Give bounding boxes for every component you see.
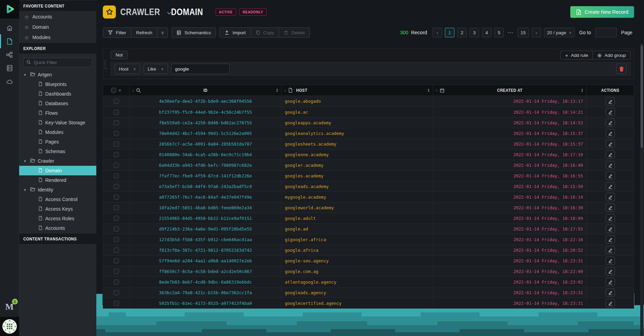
favorite-toggle-button[interactable]	[103, 5, 116, 18]
pagination-page-2[interactable]: 2	[457, 28, 467, 37]
table-row[interactable]: 5025fb1c-61ec-4173-8525-a977413f4ba9goog…	[103, 298, 634, 308]
import-button[interactable]: Import	[219, 27, 251, 38]
edit-record-button[interactable]	[606, 214, 615, 222]
edit-record-button[interactable]	[606, 140, 615, 148]
pagination-page-1[interactable]: 1	[445, 28, 454, 37]
row-checkbox[interactable]	[114, 110, 119, 115]
row-checkbox[interactable]	[114, 226, 119, 232]
not-toggle-button[interactable]: Not	[111, 51, 127, 59]
header-id-column[interactable]: ‹ ID ▲▼	[129, 85, 281, 96]
caret-down-icon[interactable]: ▾	[24, 159, 28, 163]
row-checkbox[interactable]	[114, 184, 119, 189]
row-checkbox[interactable]	[114, 290, 119, 295]
tree-item-dashboards[interactable]: Dashboards	[19, 89, 96, 99]
table-row[interactable]: a077265f-76c7-4ac6-84af-4e37e047f49emygo…	[103, 191, 634, 202]
delete-button[interactable]: Delete	[279, 27, 310, 38]
pagination-page-4[interactable]: 4	[482, 28, 491, 37]
tree-item-databases[interactable]: Databases	[19, 99, 96, 108]
edit-record-button[interactable]	[606, 150, 615, 159]
table-row[interactable]: f813cf8a-387c-4721-9812-87052163d742goog…	[103, 245, 634, 255]
table-row[interactable]: d9f214b3-236a-4a6e-9ed1-095f28bd5e55goog…	[103, 223, 634, 234]
sort-icon[interactable]: ▲▼	[276, 88, 278, 92]
pagination-page-3[interactable]: 3	[470, 28, 479, 37]
tree-item-access-keys[interactable]: Access Keys	[19, 204, 96, 214]
database-icon[interactable]	[5, 64, 13, 72]
tree-item-pages[interactable]: Pages	[19, 137, 96, 147]
header-created-at-column[interactable]: ‹ CREATED AT ▲▼	[433, 85, 586, 96]
row-checkbox[interactable]	[114, 99, 119, 104]
table-row[interactable]: 7faf77ec-fbe9-4f59-87cd-141f12db226egoog…	[103, 170, 634, 181]
row-checkbox[interactable]	[114, 279, 119, 285]
page-size-select[interactable]: 20 / page ∨	[544, 28, 575, 37]
collapse-column-icon[interactable]: ‹	[284, 88, 286, 92]
home-icon[interactable]	[5, 24, 13, 32]
edit-record-button[interactable]	[606, 267, 615, 275]
table-row[interactable]: 6a04d33b-a943-4fd6-befc-7980987c682egoog…	[103, 160, 634, 170]
pagination-page-5[interactable]: 5	[494, 28, 504, 37]
table-row[interactable]: 8ede7b83-8eb7-4cd8-9dbc-6a86319ebbdcatla…	[103, 276, 634, 287]
sidebar-favorite-domain[interactable]: ☆Domain	[19, 22, 96, 32]
row-checkbox[interactable]	[114, 258, 119, 263]
edit-record-button[interactable]	[606, 203, 615, 212]
tree-folder-artgen[interactable]: ▾Artgen	[19, 70, 96, 79]
edit-record-button[interactable]	[606, 108, 615, 116]
edit-record-button[interactable]	[606, 182, 615, 190]
row-checkbox[interactable]	[114, 152, 119, 157]
delete-rule-button[interactable]	[616, 64, 627, 74]
edit-record-button[interactable]	[606, 161, 615, 169]
goto-page-input[interactable]	[595, 28, 617, 37]
select-all-checkbox[interactable]	[111, 88, 116, 93]
tree-folder-identity[interactable]: ▾Identity	[19, 185, 96, 195]
table-row[interactable]: f8e559a9-ce2a-4250-8d46-bd62ac278755goog…	[103, 117, 634, 128]
refresh-options-button[interactable]: ∨	[157, 27, 168, 38]
table-row[interactable]: 57f94e6d-a284-4aa1-a9b8-aa140027e2ebgoog…	[103, 255, 634, 266]
header-host-column[interactable]: ‹ HOST ▲▼	[281, 85, 433, 96]
row-checkbox[interactable]	[114, 216, 119, 221]
edit-record-button[interactable]	[606, 193, 615, 201]
schemantics-button[interactable]: Schemantics	[171, 27, 216, 38]
collapse-column-icon[interactable]: ‹	[436, 88, 437, 92]
row-checkbox[interactable]	[114, 195, 119, 200]
table-row[interactable]: bf237f05-f5c0-44ed-9b2e-4c56c24b7f55goog…	[103, 107, 634, 117]
user-avatar[interactable]	[2, 319, 17, 334]
row-checkbox[interactable]	[114, 205, 119, 210]
pagination-prev-button[interactable]: ‹	[433, 28, 442, 37]
tree-item-blueprints[interactable]: Blueprints	[19, 79, 96, 89]
table-row[interactable]: 18fa2ed7-5651-4ba8-bd85-feee869e2a34goog…	[103, 202, 634, 213]
rule-field-select[interactable]: Host ∨	[115, 64, 140, 74]
refresh-button[interactable]: Refresh	[131, 27, 157, 38]
tree-item-rendered[interactable]: Rendered	[19, 175, 96, 185]
edit-record-button[interactable]	[606, 288, 615, 297]
edit-record-button[interactable]	[606, 172, 615, 180]
selection-menu-chevron-icon[interactable]: ∨	[118, 88, 121, 92]
quick-filter-input[interactable]	[23, 58, 92, 67]
edit-record-button[interactable]	[606, 225, 615, 233]
table-row[interactable]: ff8650c7-8c5a-4c58-bded-a2cd2e50c867goog…	[103, 266, 634, 276]
caret-down-icon[interactable]: ▾	[24, 188, 28, 192]
sort-icon[interactable]: ▲▼	[581, 88, 583, 92]
tree-folder-crawler[interactable]: ▾Crawler	[19, 156, 96, 166]
table-row[interactable]: 78e04d42-4bc7-4594-99d1-5c5126e2a005goog…	[103, 128, 634, 138]
row-checkbox[interactable]	[114, 173, 119, 178]
documents-icon[interactable]	[5, 37, 13, 45]
create-new-record-button[interactable]: Create New Record	[570, 6, 634, 18]
edit-record-button[interactable]	[606, 97, 615, 105]
edit-record-button[interactable]	[606, 278, 615, 286]
row-checkbox[interactable]	[114, 120, 119, 125]
tree-item-flows[interactable]: Flows	[19, 108, 96, 118]
workspace-logo[interactable]: M 5	[5, 302, 14, 312]
pagination-next-button[interactable]: ›	[532, 28, 541, 37]
sidebar-favorite-modules[interactable]: ☆Modules	[19, 32, 96, 42]
sidebar-favorite-accounts[interactable]: ☆Accounts	[19, 12, 96, 22]
filter-button[interactable]: Filter	[103, 27, 131, 38]
edit-record-button[interactable]	[606, 257, 615, 265]
row-checkbox[interactable]	[114, 269, 119, 274]
edit-record-button[interactable]	[606, 235, 615, 244]
workflow-icon[interactable]	[5, 51, 13, 59]
row-checkbox[interactable]	[114, 141, 119, 147]
row-checkbox[interactable]	[114, 248, 119, 253]
sort-icon[interactable]: ▲▼	[427, 88, 430, 92]
tree-item-schemas[interactable]: Schemas	[19, 147, 96, 156]
add-group-button[interactable]: ⊕ Add group	[593, 51, 631, 60]
vertical-scrollbar[interactable]	[640, 43, 643, 336]
